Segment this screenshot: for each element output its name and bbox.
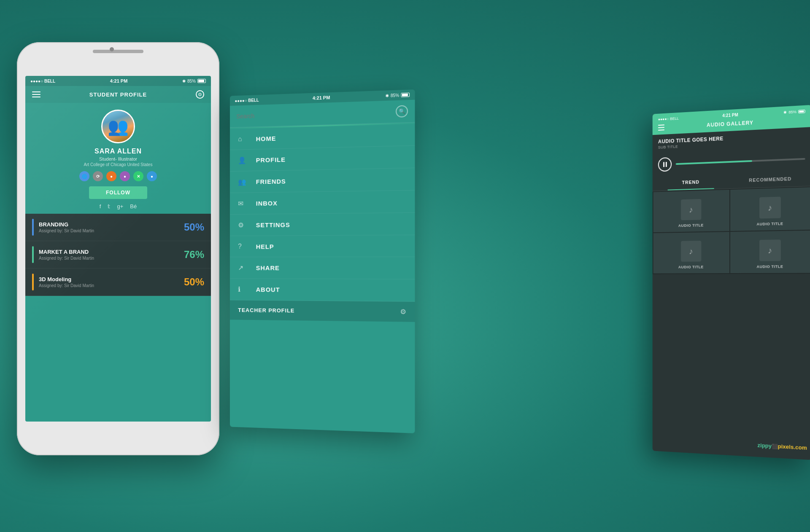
phone1-screen: ●●●●○ BELL 4:21 PM ✱ 85% STUDENT PROFILE… xyxy=(25,76,211,422)
menu-label-share: SHARE xyxy=(256,264,280,271)
audio-card-3[interactable]: ♪ AUDIO TITLE xyxy=(653,232,729,274)
behance-link[interactable]: Bé xyxy=(130,203,137,210)
phone3-wrapper: ●●●●○ BELL 4:21 PM ✱ 85% AUDIO GALLERY xyxy=(653,105,810,460)
skills-section: BRANDING Assigned by: Sir David Martin 5… xyxy=(25,214,211,296)
search-icon[interactable]: 🔍 xyxy=(396,105,408,117)
facebook-link[interactable]: f xyxy=(100,203,101,210)
phone3-screen: ●●●●○ BELL 4:21 PM ✱ 85% AUDIO GALLERY xyxy=(653,105,810,460)
audio-grid: ♪ AUDIO TITLE ♪ AUDIO TITLE ♪ AUDIO TITL… xyxy=(653,186,810,274)
skill-info-1: BRANDING Assigned by: Sir David Martin xyxy=(39,221,184,233)
carrier-2: ●●●●○ BELL xyxy=(235,98,259,103)
about-icon: ℹ xyxy=(238,285,249,293)
social-icon-blue[interactable]: ● xyxy=(147,171,157,181)
audio-card-1[interactable]: ♪ AUDIO TITLE xyxy=(653,190,729,232)
social-icon-orange[interactable]: ● xyxy=(106,171,116,181)
skill-item-3: 3D Modeling Assigned by: Sir David Marti… xyxy=(25,269,211,296)
menu-label-inbox: INBOX xyxy=(256,199,278,207)
time-3: 4:21 PM xyxy=(722,113,738,118)
battery-bar-3 xyxy=(798,109,805,113)
hamburger-line-1 xyxy=(32,91,40,92)
bluetooth-icon-2: ✱ xyxy=(385,93,389,98)
googleplus-link[interactable]: g+ xyxy=(117,203,123,210)
bluetooth-3: ✱ xyxy=(783,110,787,115)
hamburger-icon-audio[interactable] xyxy=(658,124,664,130)
skill-bar-market xyxy=(32,246,34,263)
audio-card-2[interactable]: ♪ AUDIO TITLE xyxy=(730,187,810,231)
skill-percent-3: 50% xyxy=(184,276,204,288)
social-icon-green[interactable]: ✕ xyxy=(133,171,143,181)
music-note-icon-1: ♪ xyxy=(681,199,701,220)
twitter-link[interactable]: 𝕥 xyxy=(108,203,110,210)
profile-section: SARA ALLEN Student- Illustrator Art Coll… xyxy=(25,103,211,214)
skill-info-2: MARKET A BRAND Assigned by: Sir David Ma… xyxy=(39,249,184,261)
social-icon-purple[interactable]: ● xyxy=(120,171,130,181)
audio-card-title-4: AUDIO TITLE xyxy=(756,264,783,269)
teacher-profile-bar[interactable]: TEACHER PROFILE ⚙ xyxy=(230,300,415,322)
time-2: 4:21 PM xyxy=(313,95,330,100)
hamburger-line-a3 xyxy=(658,129,664,131)
app-header-1: STUDENT PROFILE ⚙ xyxy=(25,86,211,103)
watermark-zippy: zippy xyxy=(758,442,772,449)
battery-fill-3 xyxy=(799,110,804,113)
audio-card-title-3: AUDIO TITLE xyxy=(678,265,704,269)
avatar-image xyxy=(103,111,134,142)
audio-card-4[interactable]: ♪ AUDIO TITLE xyxy=(730,231,810,273)
skill-percent-1: 50% xyxy=(184,221,204,233)
battery-pct-3: 85% xyxy=(788,110,796,114)
audio-gallery-title: AUDIO GALLERY xyxy=(707,120,753,128)
hamburger-line-a1 xyxy=(658,124,664,126)
tab-trend[interactable]: TREND xyxy=(653,173,730,191)
skill-name-2: MARKET A BRAND xyxy=(39,249,184,255)
phone2-wrapper: ●●●●○ BELL 4:21 PM ✱ 85% 🔍 ⌂ HOME 👤 PROF… xyxy=(230,89,415,433)
music-note-icon-4: ♪ xyxy=(759,239,780,261)
friends-icon: 👥 xyxy=(238,178,249,186)
social-icon-refresh[interactable]: ⟳ xyxy=(93,171,103,181)
settings-icon-1[interactable]: ⚙ xyxy=(196,90,204,99)
search-input[interactable] xyxy=(236,108,396,120)
progress-bar-fill xyxy=(676,160,752,165)
carrier-1: ●●●●○ BELL xyxy=(30,79,55,83)
menu-item-share[interactable]: ↗ SHARE xyxy=(230,257,415,279)
menu-label-friends: FRIENDS xyxy=(256,177,286,185)
gear-glyph-1: ⚙ xyxy=(198,92,202,97)
battery-bar-1 xyxy=(197,79,206,83)
skill-bar-3d xyxy=(32,274,34,290)
social-icons-row: 🌐 ⟳ ● ● ✕ ● xyxy=(79,171,157,181)
menu-label-help: HELP xyxy=(256,243,274,250)
battery-area-2: ✱ 85% xyxy=(385,92,410,98)
audio-card-title-2: AUDIO TITLE xyxy=(756,221,783,226)
menu-item-settings[interactable]: ⚙ SETTINGS xyxy=(230,213,415,236)
skill-name-1: BRANDING xyxy=(39,221,184,228)
menu-item-friends[interactable]: 👥 FRIENDS xyxy=(230,168,415,193)
share-icon: ↗ xyxy=(238,264,249,272)
status-bar-3: ●●●●○ BELL xyxy=(658,116,679,121)
follow-button[interactable]: FOLLOW xyxy=(89,186,147,199)
tab-recommended[interactable]: RECOMMENDED xyxy=(730,170,810,188)
pause-bar-right xyxy=(665,162,667,167)
menu-label-profile: PROFILE xyxy=(256,156,286,164)
watermark: zippy⬛pixels.com xyxy=(758,442,807,451)
hamburger-line-3 xyxy=(32,97,40,97)
menu-item-about[interactable]: ℹ ABOUT xyxy=(230,279,415,302)
menu-item-inbox[interactable]: ✉ INBOX xyxy=(230,191,415,215)
phone1-wrapper: ●●●●○ BELL 4:21 PM ✱ 85% STUDENT PROFILE… xyxy=(17,42,219,455)
menu-item-help[interactable]: ? HELP xyxy=(230,235,415,257)
bluetooth-icon-1: ✱ xyxy=(182,79,186,83)
music-note-icon-3: ♪ xyxy=(681,241,701,262)
battery-bar-2 xyxy=(401,93,410,97)
inbox-icon: ✉ xyxy=(238,199,249,207)
social-icon-web[interactable]: 🌐 xyxy=(79,171,89,181)
skill-percent-2: 76% xyxy=(184,249,204,261)
time-1: 4:21 PM xyxy=(110,78,128,83)
battery-fill-1 xyxy=(198,80,204,82)
hamburger-icon[interactable] xyxy=(32,91,40,97)
progress-bar[interactable] xyxy=(676,158,805,165)
skill-name-3: 3D Modeling xyxy=(39,276,184,282)
teacher-profile-gear-icon: ⚙ xyxy=(400,308,406,316)
battery-percent-1: 85% xyxy=(187,79,196,83)
menu-item-profile[interactable]: 👤 PROFILE xyxy=(230,146,415,172)
settings-icon-menu: ⚙ xyxy=(238,221,249,229)
pause-button[interactable] xyxy=(658,157,672,172)
user-name: SARA ALLEN xyxy=(94,148,142,155)
menu-label-settings: SETTINGS xyxy=(256,221,290,228)
